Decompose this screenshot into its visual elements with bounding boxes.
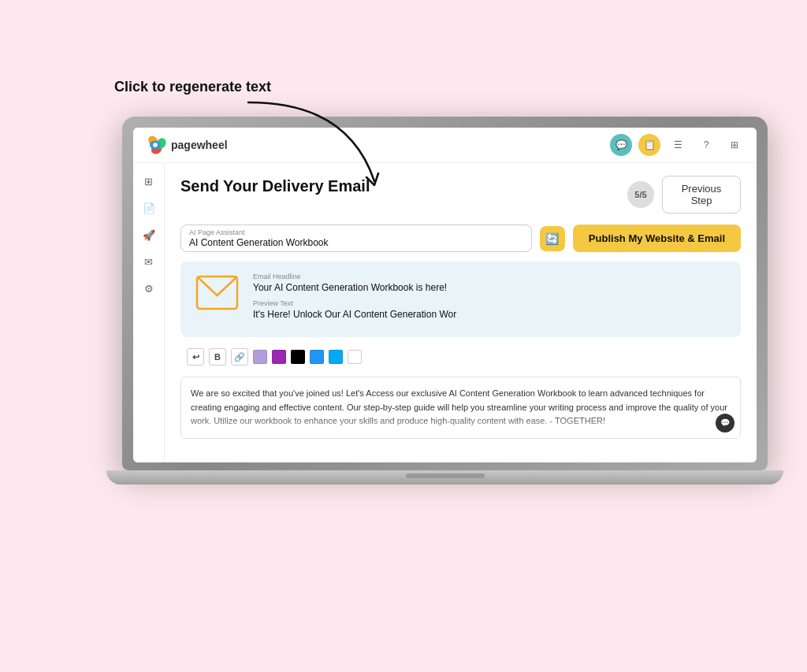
laptop-screen: pagewheel 💬 📋 ☰ ? ⊞ bbox=[122, 117, 768, 470]
color-swatch-5[interactable] bbox=[329, 350, 343, 364]
undo-icon: ↩ bbox=[192, 352, 199, 362]
help-icon-btn[interactable]: ? bbox=[695, 134, 717, 156]
email-body-content: We are so excited that you've joined us!… bbox=[191, 388, 727, 425]
logo-text: pagewheel bbox=[171, 139, 228, 151]
sidebar-item-mail[interactable]: ✉ bbox=[140, 253, 158, 270]
link-icon: 🔗 bbox=[234, 352, 245, 362]
step-badge: 5/5 bbox=[627, 181, 654, 208]
laptop-base bbox=[106, 470, 783, 485]
email-icon-wrap bbox=[193, 273, 240, 312]
color-swatch-4[interactable] bbox=[310, 350, 324, 364]
preview-label: Preview Text bbox=[253, 299, 728, 307]
list-icon: ☰ bbox=[674, 139, 682, 150]
email-fields: Email Headline Your AI Content Generatio… bbox=[253, 273, 728, 326]
main-content: Send Your Delivery Email 5/5 PreviousSte… bbox=[165, 163, 757, 462]
laptop-wrapper: pagewheel 💬 📋 ☰ ? ⊞ bbox=[122, 117, 768, 601]
grid-icon: ⊞ bbox=[731, 139, 738, 150]
annotation-arrow bbox=[240, 95, 398, 197]
email-headline-group: Email Headline Your AI Content Generatio… bbox=[253, 273, 728, 293]
annotation: Click to regenerate text bbox=[114, 79, 271, 99]
email-preview-group: Preview Text It's Here! Unlock Our AI Co… bbox=[253, 299, 728, 320]
svg-point-4 bbox=[153, 143, 158, 147]
headline-label: Email Headline bbox=[253, 273, 728, 280]
step-and-prev: 5/5 PreviousStep bbox=[627, 176, 741, 213]
headline-value: Your AI Content Generation Workbook is h… bbox=[253, 282, 728, 293]
undo-button[interactable]: ↩ bbox=[187, 348, 204, 366]
app-header: pagewheel 💬 📋 ☰ ? ⊞ bbox=[133, 128, 757, 163]
logo-icon bbox=[144, 134, 166, 156]
assistant-box: AI Page Assistant AI Content Generation … bbox=[180, 225, 532, 252]
color-swatch-6[interactable] bbox=[348, 350, 362, 364]
assistant-row: AI Page Assistant AI Content Generation … bbox=[180, 225, 741, 252]
regenerate-button[interactable]: 🔄 bbox=[540, 226, 565, 251]
chat-icon-btn[interactable]: 💬 bbox=[610, 134, 632, 156]
assistant-label: AI Page Assistant bbox=[189, 228, 523, 236]
assistant-value: AI Content Generation Workbook bbox=[189, 237, 523, 248]
chat-bubble-icon: 💬 bbox=[720, 418, 730, 427]
publish-button[interactable]: Publish My Website & Email bbox=[573, 225, 741, 252]
editor-toolbar: ↩ B 🔗 bbox=[180, 345, 741, 369]
annotation-text: Click to regenerate text bbox=[114, 79, 271, 95]
page-icon: 📋 bbox=[644, 139, 656, 150]
screen-inner: pagewheel 💬 📋 ☰ ? ⊞ bbox=[133, 128, 757, 462]
bold-button[interactable]: B bbox=[209, 348, 226, 366]
regenerate-icon: 🔄 bbox=[545, 232, 559, 245]
color-swatch-1[interactable] bbox=[253, 350, 267, 364]
bold-icon: B bbox=[214, 352, 221, 362]
email-body-text: We are so excited that you've joined us!… bbox=[180, 377, 741, 439]
email-preview: Email Headline Your AI Content Generatio… bbox=[180, 262, 741, 337]
sidebar-item-grid[interactable]: ⊞ bbox=[140, 173, 158, 190]
email-icon bbox=[195, 275, 239, 310]
page-icon-btn[interactable]: 📋 bbox=[638, 134, 660, 156]
color-swatch-3[interactable] bbox=[291, 350, 305, 364]
sidebar-item-file[interactable]: 📄 bbox=[140, 199, 158, 217]
link-button[interactable]: 🔗 bbox=[231, 348, 248, 366]
sidebar-item-settings[interactable]: ⚙ bbox=[140, 280, 158, 297]
color-swatch-2[interactable] bbox=[272, 350, 286, 364]
list-icon-btn[interactable]: ☰ bbox=[667, 134, 689, 156]
preview-value: It's Here! Unlock Our AI Content Generat… bbox=[253, 309, 728, 320]
logo-area: pagewheel bbox=[144, 134, 228, 156]
prev-step-label: PreviousStep bbox=[682, 183, 722, 206]
app-body: ⊞ 📄 🚀 ✉ ⚙ Send Your Delivery Email 5/5 bbox=[133, 163, 757, 462]
previous-step-button[interactable]: PreviousStep bbox=[662, 176, 741, 213]
grid-icon-btn[interactable]: ⊞ bbox=[723, 134, 746, 156]
sidebar: ⊞ 📄 🚀 ✉ ⚙ bbox=[133, 163, 165, 462]
help-icon: ? bbox=[704, 139, 709, 150]
sidebar-item-rocket[interactable]: 🚀 bbox=[140, 226, 158, 243]
chat-bubble-btn[interactable]: 💬 bbox=[716, 414, 734, 433]
header-right: 💬 📋 ☰ ? ⊞ bbox=[610, 134, 746, 156]
chat-icon: 💬 bbox=[615, 139, 627, 150]
